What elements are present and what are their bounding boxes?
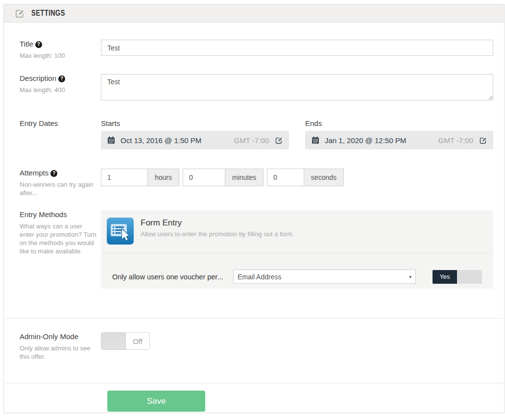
voucher-toggle-track (457, 270, 482, 284)
entry-dates-row: Entry Dates Starts Oct 13, 2016 @ 1:50 P… (20, 119, 493, 149)
form-entry-icon[interactable] (107, 218, 134, 245)
title-input[interactable] (101, 40, 493, 56)
seconds-input[interactable] (267, 169, 304, 186)
attempts-hint: Non-winners can try again after... (20, 180, 97, 197)
form-entry-title: Form Entry (141, 218, 294, 228)
attempts-help-icon[interactable]: ? (50, 170, 57, 177)
voucher-toggle[interactable]: Yes (433, 270, 482, 284)
form-entry-description: Allow users to enter the promotion by fi… (141, 230, 294, 238)
ends-timezone: GMT -7:00 (438, 136, 473, 145)
starts-label: Starts (101, 119, 289, 127)
admin-only-toggle-off-label: Off (126, 333, 149, 349)
title-hint: Max length: 100 (20, 51, 97, 60)
panel-header: SETTINGS (4, 4, 504, 23)
minutes-addon: minutes (225, 169, 264, 186)
entry-methods-hint: What ways can a user enter your promotio… (20, 222, 97, 256)
ends-label: Ends (305, 119, 493, 127)
description-label: Description (20, 74, 56, 82)
calendar-icon (312, 136, 319, 144)
description-textarea[interactable]: Test (101, 74, 493, 100)
ends-date-col: Ends Jan 1, 2020 @ 12:50 PM GMT -7:00 (305, 119, 493, 149)
admin-only-hint: Only allow admins to see this offer. (20, 344, 97, 361)
admin-only-toggle[interactable]: Off (101, 332, 150, 350)
attempts-label: Attempts (20, 169, 48, 177)
page-title: SETTINGS (31, 9, 65, 18)
hours-addon: hours (147, 169, 179, 186)
edit-ends-icon[interactable] (480, 137, 487, 144)
title-label-col: Title? Max length: 100 (20, 40, 101, 65)
voucher-toggle-yes-label: Yes (433, 270, 457, 284)
footer: Save (4, 383, 504, 412)
admin-only-section: Admin-Only Mode Only allow admins to see… (4, 319, 504, 383)
form-entry-panel: Form Entry Allow users to enter the prom… (101, 210, 493, 289)
title-label: Title (20, 40, 33, 48)
starts-date-value: Oct 13, 2016 @ 1:50 PM (120, 136, 201, 145)
title-row: Title? Max length: 100 (20, 40, 493, 65)
description-hint: Max length: 400 (20, 86, 97, 94)
starts-timezone: GMT -7:00 (234, 136, 269, 145)
description-label-col: Description? Max length: 400 (20, 74, 101, 102)
voucher-label: Only allow users one voucher per... (112, 273, 233, 281)
minutes-input[interactable] (183, 169, 225, 186)
edit-starts-icon[interactable] (275, 137, 283, 144)
calendar-icon (107, 136, 115, 144)
description-help-icon[interactable]: ? (58, 75, 65, 82)
starts-date-col: Starts Oct 13, 2016 @ 1:50 PM GMT -7:00 (101, 119, 289, 149)
seconds-addon: seconds (304, 169, 344, 186)
ends-date-value: Jan 1, 2020 @ 12:50 PM (325, 136, 406, 145)
hours-input[interactable] (101, 169, 147, 186)
seconds-group: seconds (267, 169, 344, 186)
form-entry-header: Form Entry Allow users to enter the prom… (101, 210, 493, 253)
ends-date-box[interactable]: Jan 1, 2020 @ 12:50 PM GMT -7:00 (305, 131, 493, 149)
attempts-row: Attempts? Non-winners can try again afte… (20, 169, 493, 203)
admin-only-toggle-knob (101, 333, 126, 349)
voucher-row: Only allow users one voucher per... Emai… (101, 253, 493, 289)
entry-methods-label: Entry Methods (20, 210, 97, 219)
settings-panel: SETTINGS Title? Max length: 100 Descript… (3, 4, 505, 413)
entry-dates-label: Entry Dates (20, 119, 97, 127)
entry-methods-row: Entry Methods What ways can a user enter… (20, 210, 493, 289)
settings-form: Title? Max length: 100 Description? Max … (4, 23, 504, 289)
starts-date-box[interactable]: Oct 13, 2016 @ 1:50 PM GMT -7:00 (101, 131, 289, 149)
save-button[interactable]: Save (107, 391, 205, 412)
voucher-select[interactable]: Email Address (233, 270, 416, 284)
hours-group: hours (101, 169, 179, 186)
voucher-select-wrap: Email Address ▾ (233, 270, 416, 284)
pencil-square-icon (15, 9, 24, 18)
title-help-icon[interactable]: ? (35, 41, 42, 48)
admin-only-label: Admin-Only Mode (20, 332, 97, 341)
minutes-group: minutes (183, 169, 264, 186)
description-row: Description? Max length: 400 Test (20, 74, 493, 102)
